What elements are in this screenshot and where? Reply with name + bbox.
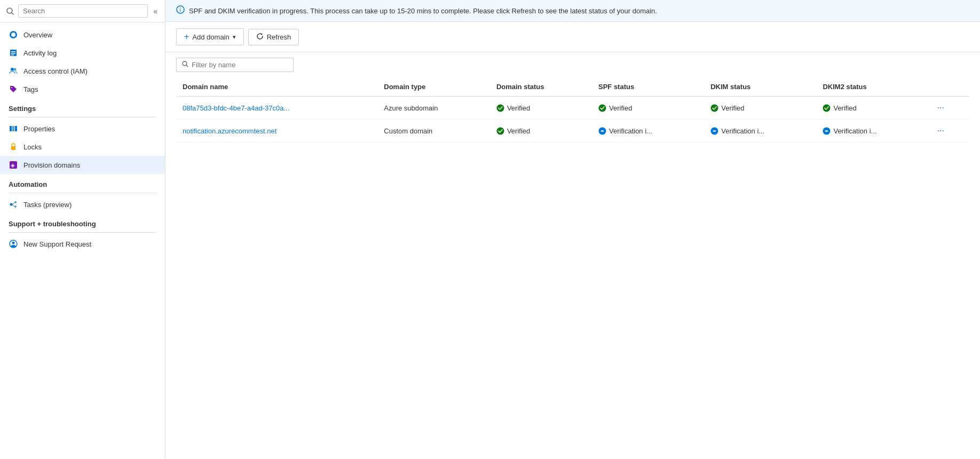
settings-divider <box>9 117 156 117</box>
provision-icon: ◈ <box>9 160 18 170</box>
status-cell: Verification i... <box>704 120 816 143</box>
col-spf-status: SPF status <box>592 77 704 97</box>
collapse-button[interactable]: « <box>151 6 160 17</box>
support-section-label: Support + troubleshooting <box>0 213 165 230</box>
status-cell: Verified <box>816 97 928 120</box>
svg-point-3 <box>11 33 15 37</box>
svg-line-21 <box>12 204 14 207</box>
search-icon <box>5 6 15 16</box>
sidebar-item-label: Locks <box>23 143 42 151</box>
svg-point-29 <box>599 104 606 112</box>
locks-icon <box>9 142 18 152</box>
overview-icon <box>9 30 18 39</box>
svg-rect-12 <box>12 126 14 131</box>
domain-name-cell[interactable]: 08fa75d3-bfdc-4be7-a4ad-37c0a... <box>176 97 377 120</box>
banner-text: SPF and DKIM verification in progress. T… <box>189 7 657 15</box>
status-cell: Verified <box>704 97 816 120</box>
row-actions-cell: ··· <box>929 120 969 143</box>
add-domain-button[interactable]: + Add domain ▾ <box>176 28 244 45</box>
col-domain-status: Domain status <box>490 77 592 97</box>
filter-input[interactable] <box>192 61 288 69</box>
svg-line-1 <box>12 13 13 14</box>
sidebar-item-activity-log[interactable]: Activity log <box>0 44 165 62</box>
sidebar-nav: Overview Activity log Access control (IA… <box>0 22 165 256</box>
svg-text:i: i <box>179 7 180 13</box>
automation-section-label: Automation <box>0 174 165 191</box>
svg-point-23 <box>12 242 15 244</box>
sidebar-item-provision-domains[interactable]: ◈ Provision domains <box>0 156 165 174</box>
add-domain-label: Add domain <box>192 33 229 41</box>
sidebar-item-overview[interactable]: Overview <box>0 26 165 44</box>
search-container: « <box>0 0 165 22</box>
sidebar-item-label: Activity log <box>23 49 57 57</box>
domain-type-cell: Azure subdomain <box>377 97 490 120</box>
svg-point-30 <box>711 104 718 112</box>
search-input[interactable] <box>18 4 148 18</box>
add-icon: + <box>184 32 189 42</box>
status-cell: Verified <box>490 120 592 143</box>
svg-rect-7 <box>11 54 14 56</box>
row-actions-cell: ··· <box>929 97 969 120</box>
svg-point-28 <box>496 104 504 112</box>
svg-point-8 <box>11 68 14 71</box>
sidebar-item-locks[interactable]: Locks <box>0 138 165 156</box>
tasks-icon <box>9 200 18 209</box>
sidebar-item-label: Provision domains <box>23 161 80 169</box>
refresh-button[interactable]: Refresh <box>248 29 299 45</box>
domains-table: Domain name Domain type Domain status SP… <box>176 77 969 143</box>
sidebar-item-tasks[interactable]: Tasks (preview) <box>0 195 165 213</box>
support-icon <box>9 239 18 249</box>
filter-search-icon <box>182 61 188 69</box>
svg-point-26 <box>183 61 187 66</box>
main-content: i SPF and DKIM verification in progress.… <box>165 0 980 459</box>
col-domain-name: Domain name <box>176 77 377 97</box>
sidebar: « Overview Activity log Access control (… <box>0 0 165 459</box>
sidebar-item-label: Tags <box>23 85 38 93</box>
svg-point-32 <box>496 127 504 134</box>
status-cell: Verification i... <box>592 120 704 143</box>
sidebar-item-new-support[interactable]: New Support Request <box>0 235 165 253</box>
toolbar: + Add domain ▾ Refresh <box>165 22 980 52</box>
status-cell: Verified <box>592 97 704 120</box>
svg-line-20 <box>12 203 14 205</box>
sidebar-item-properties[interactable]: Properties <box>0 120 165 138</box>
domain-type-cell: Custom domain <box>377 120 490 143</box>
svg-point-9 <box>14 68 17 71</box>
settings-section-label: Settings <box>0 98 165 115</box>
refresh-label: Refresh <box>267 33 291 41</box>
table-row: 08fa75d3-bfdc-4be7-a4ad-37c0a... Azure s… <box>176 97 969 120</box>
properties-icon <box>9 124 18 133</box>
svg-point-10 <box>11 87 12 88</box>
svg-point-18 <box>14 201 17 203</box>
automation-divider <box>9 193 156 193</box>
svg-point-17 <box>10 203 13 206</box>
svg-point-19 <box>14 205 17 208</box>
activity-log-icon <box>9 48 18 58</box>
chevron-down-icon: ▾ <box>233 34 236 41</box>
sidebar-item-tags[interactable]: Tags <box>0 80 165 98</box>
refresh-icon <box>256 33 264 42</box>
status-cell: Verified <box>490 97 592 120</box>
tags-icon <box>9 84 18 94</box>
svg-line-27 <box>187 66 188 67</box>
svg-rect-11 <box>10 126 12 131</box>
sidebar-item-label: New Support Request <box>23 240 91 248</box>
info-icon: i <box>176 5 185 16</box>
sidebar-item-access-control[interactable]: Access control (IAM) <box>0 62 165 80</box>
svg-text:◈: ◈ <box>11 162 15 168</box>
row-more-button[interactable]: ··· <box>935 126 946 135</box>
domain-name-cell[interactable]: notification.azurecommtest.net <box>176 120 377 143</box>
col-dkim2-status: DKIM2 status <box>816 77 928 97</box>
data-table: Domain name Domain type Domain status SP… <box>165 77 980 459</box>
svg-rect-13 <box>15 126 17 131</box>
col-domain-type: Domain type <box>377 77 490 97</box>
row-more-button[interactable]: ··· <box>935 103 946 112</box>
svg-point-31 <box>823 104 831 112</box>
col-actions <box>929 77 969 97</box>
status-cell: Verification i... <box>816 120 928 143</box>
sidebar-item-label: Overview <box>23 31 52 39</box>
support-divider <box>9 232 156 233</box>
sidebar-item-label: Tasks (preview) <box>23 201 72 209</box>
svg-rect-14 <box>11 146 15 150</box>
sidebar-item-label: Properties <box>23 125 55 133</box>
